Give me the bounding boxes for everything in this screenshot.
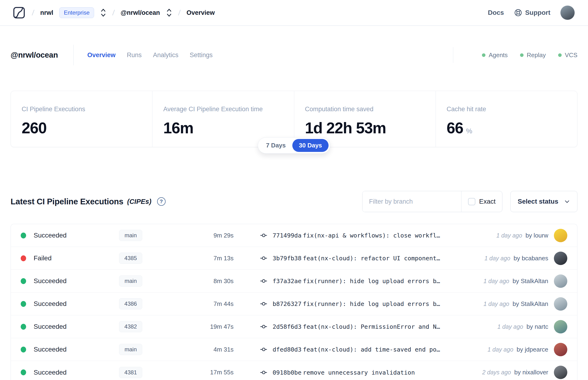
table-row[interactable]: Succeeded main 8m 30s f37a32aefix(runner… xyxy=(11,270,577,292)
divider xyxy=(453,47,453,63)
author-avatar xyxy=(554,320,567,333)
table-controls: Exact Select status xyxy=(362,191,577,212)
green-dot-icon xyxy=(520,53,524,57)
breadcrumb-org[interactable]: nrwl xyxy=(40,9,53,17)
support-link[interactable]: Support xyxy=(514,8,550,17)
workspace-title: @nrwl/ocean xyxy=(11,51,58,59)
status-select-label: Select status xyxy=(518,198,558,205)
stat-value: 260 xyxy=(22,119,47,137)
workspace-tabs: Overview Runs Analytics Settings xyxy=(87,52,213,59)
date-range-toggle: 7 Days 30 Days xyxy=(258,137,330,153)
status-dot-icon xyxy=(21,255,26,261)
green-dot-icon xyxy=(482,53,485,57)
tab-runs[interactable]: Runs xyxy=(127,52,142,59)
branch-badge[interactable]: main xyxy=(119,275,142,287)
table-row[interactable]: Succeeded 4382 19m 47s 2d58f6d3feat(nx-c… xyxy=(11,315,577,338)
row-author: by nartc xyxy=(527,323,549,330)
range-30-days[interactable]: 30 Days xyxy=(292,139,329,152)
table-row[interactable]: Succeeded 4381 17m 55s 0918b0beremove un… xyxy=(11,361,577,380)
table-row[interactable]: Succeeded 4386 7m 44s b8726327fix(runner… xyxy=(11,292,577,315)
commit-message: fix(nx-api & workflows): close workfl… xyxy=(303,232,440,239)
row-author: by jdpearce xyxy=(517,346,548,353)
row-status: Failed xyxy=(34,254,52,262)
row-time: 1 day ago xyxy=(485,255,510,262)
author-avatar xyxy=(554,229,567,242)
stats-cards: CI Pipeline Executions 260 Average CI Pi… xyxy=(11,91,577,147)
cipe-table: Succeeded main 9m 29s 771499dafix(nx-api… xyxy=(11,224,577,380)
table-row[interactable]: Failed 4385 7m 13s 3b79fb38feat(nx-cloud… xyxy=(11,247,577,270)
top-navbar: / nrwl Enterprise / @nrwl/ocean / Overvi… xyxy=(0,0,588,26)
stat-label: Computation time saved xyxy=(305,106,425,113)
row-time: 1 day ago xyxy=(483,301,509,307)
exact-checkbox[interactable] xyxy=(468,198,475,205)
row-duration: 4m 31s xyxy=(156,346,234,353)
docs-link[interactable]: Docs xyxy=(488,9,504,17)
enterprise-badge: Enterprise xyxy=(59,7,94,18)
commit-hash: 771499da xyxy=(273,232,302,239)
branch-filter-group: Exact xyxy=(362,191,502,212)
status-vcs[interactable]: VCS xyxy=(558,52,577,59)
exact-label: Exact xyxy=(479,198,495,205)
green-dot-icon xyxy=(558,53,562,57)
commit-hash: 3b79fb38 xyxy=(273,255,302,262)
row-duration: 19m 47s xyxy=(156,323,234,330)
row-author: by StalkAltan xyxy=(512,300,548,307)
breadcrumb-separator: / xyxy=(178,8,181,17)
breadcrumb: / nrwl Enterprise / @nrwl/ocean / Overvi… xyxy=(12,6,215,19)
commit-message: feat(nx-cloud): refactor UI component… xyxy=(303,255,440,262)
exact-toggle[interactable]: Exact xyxy=(461,191,502,212)
commit-hash: f37a32ae xyxy=(273,278,302,285)
row-time: 1 day ago xyxy=(496,232,522,239)
git-commit-icon xyxy=(260,232,267,239)
service-statuses: Agents Replay VCS xyxy=(453,47,577,63)
row-status: Succeeded xyxy=(34,300,67,307)
stat-label: Cache hit rate xyxy=(447,106,566,113)
table-row[interactable]: Succeeded main 4m 31s dfed80d3feat(nx-cl… xyxy=(11,338,577,361)
help-icon[interactable]: ? xyxy=(157,197,166,206)
status-dot-icon xyxy=(21,301,26,307)
status-dot-icon xyxy=(21,369,26,375)
branch-badge[interactable]: main xyxy=(119,230,142,241)
breadcrumb-separator: / xyxy=(32,8,35,17)
commit-hash: dfed80d3 xyxy=(273,346,302,353)
stat-value: 66 xyxy=(447,119,463,137)
tab-overview[interactable]: Overview xyxy=(87,52,115,59)
breadcrumb-workspace[interactable]: @nrwl/ocean xyxy=(121,9,160,17)
breadcrumb-page: Overview xyxy=(187,9,215,17)
branch-badge[interactable]: 4386 xyxy=(119,298,142,309)
nx-cloud-logo-icon[interactable] xyxy=(12,6,26,19)
workspace-switcher-chevrons-icon[interactable] xyxy=(166,8,172,18)
support-label: Support xyxy=(525,9,550,17)
table-row[interactable]: Succeeded main 9m 29s 771499dafix(nx-api… xyxy=(11,224,577,247)
org-switcher-chevrons-icon[interactable] xyxy=(100,8,106,18)
branch-filter-input[interactable] xyxy=(362,191,461,212)
author-avatar xyxy=(554,252,567,265)
row-duration: 7m 44s xyxy=(156,300,234,307)
author-avatar xyxy=(554,297,567,311)
status-replay[interactable]: Replay xyxy=(520,52,546,59)
commit-message: fix(runner): hide log upload errors b… xyxy=(303,300,440,307)
nx-cloud-dashboard: / nrwl Enterprise / @nrwl/ocean / Overvi… xyxy=(0,0,588,380)
branch-badge[interactable]: 4385 xyxy=(119,252,142,264)
git-commit-icon xyxy=(260,254,267,262)
range-7-days[interactable]: 7 Days xyxy=(259,139,292,152)
author-avatar xyxy=(554,274,567,288)
git-commit-icon xyxy=(260,277,267,285)
branch-badge[interactable]: main xyxy=(119,344,142,355)
row-duration: 7m 13s xyxy=(156,255,234,262)
tab-analytics[interactable]: Analytics xyxy=(153,52,178,59)
status-agents-label: Agents xyxy=(489,52,508,59)
commit-message: remove unnecessary invalidation xyxy=(303,369,415,376)
author-avatar xyxy=(554,343,567,356)
row-status: Succeeded xyxy=(34,232,67,239)
status-dot-icon xyxy=(21,347,26,353)
row-time: 2 days ago xyxy=(482,369,511,376)
branch-badge[interactable]: 4381 xyxy=(119,367,142,378)
status-dot-icon xyxy=(21,324,26,330)
status-agents[interactable]: Agents xyxy=(482,52,508,59)
tab-settings[interactable]: Settings xyxy=(190,52,213,59)
commit-message: feat(nx-cloud): PermissionError and N… xyxy=(303,323,440,330)
status-select-dropdown[interactable]: Select status xyxy=(510,191,577,212)
user-avatar[interactable] xyxy=(560,5,575,20)
branch-badge[interactable]: 4382 xyxy=(119,321,142,332)
